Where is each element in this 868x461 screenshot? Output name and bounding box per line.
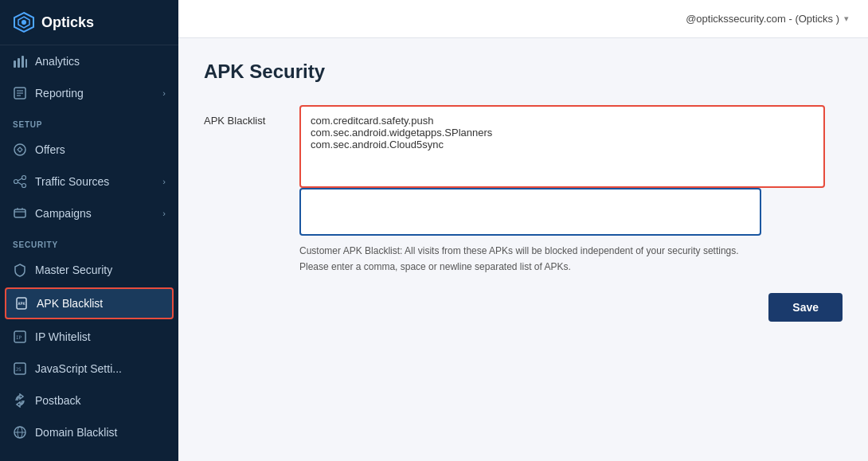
sidebar-label-ip-whitelist: IP Whitelist <box>35 330 91 343</box>
sidebar-item-postback[interactable]: Postback <box>0 385 178 416</box>
user-menu-chevron: ▾ <box>844 14 849 24</box>
sidebar-label-campaigns: Campaigns <box>35 207 92 220</box>
user-menu[interactable]: @optickssecurity.com - (Opticks ) ▾ <box>686 13 849 25</box>
hint-text-2: Please enter a comma, space or newline s… <box>299 260 769 274</box>
main-content: @optickssecurity.com - (Opticks ) ▾ APK … <box>178 0 868 461</box>
apk-blacklist-label: APK Blacklist <box>204 115 265 127</box>
extra-input-area[interactable] <box>299 188 761 236</box>
page-content: APK Security APK Blacklist Customer APK … <box>178 38 868 461</box>
sidebar-label-master-security: Master Security <box>35 264 112 276</box>
topbar: @optickssecurity.com - (Opticks ) ▾ <box>178 0 868 38</box>
reporting-icon <box>13 86 27 100</box>
svg-rect-5 <box>22 56 24 68</box>
sidebar-item-master-security[interactable]: Master Security <box>0 254 178 286</box>
sidebar-label-offers: Offers <box>35 143 65 156</box>
svg-rect-6 <box>25 59 27 68</box>
svg-rect-17 <box>14 209 25 217</box>
campaigns-icon <box>13 206 27 221</box>
sidebar-item-offers[interactable]: Offers <box>0 134 178 166</box>
hint-text-1: Customer APK Blacklist: All visits from … <box>299 244 769 258</box>
traffic-sources-icon <box>13 174 27 189</box>
svg-line-15 <box>18 178 22 181</box>
save-button[interactable]: Save <box>768 293 843 322</box>
svg-point-2 <box>22 20 26 25</box>
apk-blacklist-icon: APK <box>14 296 29 311</box>
logo-text: Opticks <box>41 14 94 31</box>
sidebar-label-analytics: Analytics <box>35 55 80 68</box>
apk-blacklist-form: APK Blacklist <box>204 105 825 188</box>
svg-text:APK: APK <box>18 301 25 306</box>
sidebar-item-reporting[interactable]: Reporting › <box>0 77 178 109</box>
svg-line-16 <box>18 182 22 185</box>
security-section-label: SECURITY <box>0 229 178 254</box>
domain-blacklist-icon <box>13 425 27 440</box>
svg-text:IP: IP <box>16 334 22 340</box>
setup-section-label: SETUP <box>0 109 178 134</box>
postback-icon <box>13 393 27 408</box>
master-security-icon <box>13 263 27 277</box>
reporting-chevron: › <box>162 88 166 98</box>
sidebar-item-ip-whitelist[interactable]: IP IP Whitelist <box>0 321 178 353</box>
sidebar-item-apk-blacklist[interactable]: APK APK Blacklist <box>5 287 174 319</box>
analytics-icon <box>13 54 27 68</box>
sidebar-label-js-settings: JavaScript Setti... <box>35 362 122 375</box>
logo-icon <box>13 11 35 33</box>
svg-point-12 <box>14 180 18 184</box>
apk-blacklist-input-container <box>299 105 825 188</box>
sidebar-item-js-settings[interactable]: JS JavaScript Setti... <box>0 353 178 385</box>
traffic-sources-chevron: › <box>162 177 166 186</box>
sidebar-label-postback: Postback <box>35 394 81 407</box>
user-email: @optickssecurity.com - (Opticks ) <box>686 13 839 25</box>
sidebar-item-traffic-sources[interactable]: Traffic Sources › <box>0 166 178 197</box>
sidebar-label-domain-blacklist: Domain Blacklist <box>35 426 117 439</box>
logo[interactable]: Opticks <box>0 0 178 45</box>
sidebar-item-analytics[interactable]: Analytics <box>0 45 178 77</box>
offers-icon <box>13 143 27 157</box>
js-settings-icon: JS <box>13 361 27 376</box>
svg-point-11 <box>14 144 25 155</box>
form-label-col: APK Blacklist <box>204 105 299 188</box>
sidebar-label-traffic-sources: Traffic Sources <box>35 175 109 188</box>
page-title: APK Security <box>204 61 843 83</box>
svg-point-14 <box>22 184 26 188</box>
sidebar: Opticks Analytics Reporting › SETUP <box>0 0 178 461</box>
svg-rect-3 <box>14 61 16 68</box>
ip-whitelist-icon: IP <box>13 330 27 344</box>
campaigns-chevron: › <box>162 209 166 218</box>
sidebar-item-domain-blacklist[interactable]: Domain Blacklist <box>0 416 178 448</box>
apk-blacklist-textarea[interactable] <box>301 107 823 186</box>
sidebar-label-apk-blacklist: APK Blacklist <box>37 297 103 310</box>
svg-point-13 <box>22 176 26 180</box>
svg-text:JS: JS <box>16 366 22 372</box>
sidebar-item-campaigns[interactable]: Campaigns › <box>0 197 178 229</box>
sidebar-label-reporting: Reporting <box>35 87 84 100</box>
svg-rect-4 <box>18 58 20 68</box>
